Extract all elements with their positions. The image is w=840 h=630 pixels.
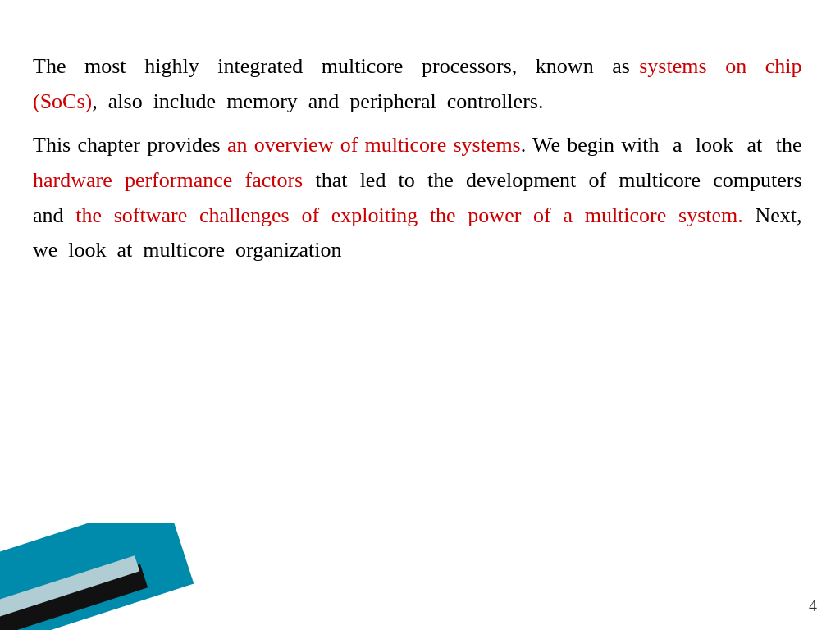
para2-red3: the software challenges of exploiting th… [75,203,743,227]
para2-text2: . We begin with a look at the [521,133,807,157]
page-number: 4 [809,596,817,615]
para2-red1: an overview of multicore systems [227,133,521,157]
para2-red2: hardware performance factors [33,168,303,192]
slide-content: The most highly integrated multicore pro… [33,49,807,515]
paragraph-2: This chapter provides an overview of mul… [33,128,807,269]
bottom-decoration [0,523,213,630]
para2-text1: This chapter provides [33,133,227,157]
para1-text1: The most highly integrated multicore pro… [33,54,639,78]
paragraph-1: The most highly integrated multicore pro… [33,49,807,120]
para1-text2: , also include memory and peripheral con… [92,89,543,113]
